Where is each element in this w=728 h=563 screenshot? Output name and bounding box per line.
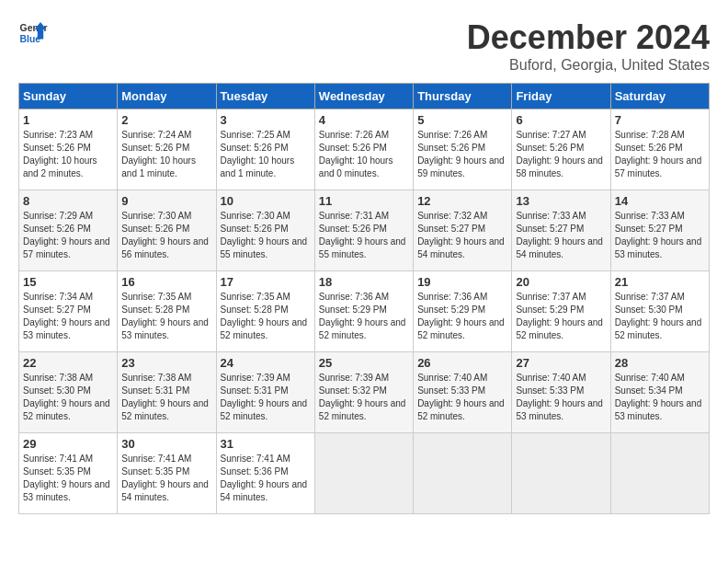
day-18: 18 Sunrise: 7:36 AM Sunset: 5:29 PM Dayl… [314,271,413,352]
day-26: 26 Sunrise: 7:40 AM Sunset: 5:33 PM Dayl… [414,352,512,433]
day-1: 1 Sunrise: 7:23 AM Sunset: 5:26 PM Dayli… [19,109,118,190]
empty-cell-4 [610,433,709,514]
week-1: 1 Sunrise: 7:23 AM Sunset: 5:26 PM Dayli… [19,109,710,190]
day4-daylight: Daylight: 10 hours and 0 minutes. [319,155,393,178]
day-7: 7 Sunrise: 7:28 AM Sunset: 5:26 PM Dayli… [610,109,709,190]
page-header: General Blue December 2024 Buford, Georg… [18,18,710,74]
day-22: 22 Sunrise: 7:38 AM Sunset: 5:30 PM Dayl… [19,352,118,433]
day-5: 5 Sunrise: 7:26 AM Sunset: 5:26 PM Dayli… [414,109,512,190]
day3-sunrise: Sunrise: 7:25 AM [221,130,290,140]
col-saturday: Saturday [610,84,709,109]
day-25: 25 Sunrise: 7:39 AM Sunset: 5:32 PM Dayl… [314,352,413,433]
day1-daylight: Daylight: 10 hours and 2 minutes. [23,155,97,178]
col-thursday: Thursday [414,84,512,109]
empty-cell-2 [414,433,512,514]
day-17: 17 Sunrise: 7:35 AM Sunset: 5:28 PM Dayl… [216,271,314,352]
day-10: 10 Sunrise: 7:30 AM Sunset: 5:26 PM Dayl… [216,190,314,271]
week-2: 8 Sunrise: 7:29 AM Sunset: 5:26 PM Dayli… [19,190,710,271]
day-24: 24 Sunrise: 7:39 AM Sunset: 5:31 PM Dayl… [216,352,314,433]
week-4: 22 Sunrise: 7:38 AM Sunset: 5:30 PM Dayl… [19,352,710,433]
logo: General Blue [18,18,48,48]
day-19: 19 Sunrise: 7:36 AM Sunset: 5:29 PM Dayl… [414,271,512,352]
day7-sunset: Sunset: 5:26 PM [615,143,683,153]
day-27: 27 Sunrise: 7:40 AM Sunset: 5:33 PM Dayl… [512,352,610,433]
day-21: 21 Sunrise: 7:37 AM Sunset: 5:30 PM Dayl… [610,271,709,352]
day-16: 16 Sunrise: 7:35 AM Sunset: 5:28 PM Dayl… [118,271,216,352]
day7-sunrise: Sunrise: 7:28 AM [615,130,685,140]
day-6: 6 Sunrise: 7:27 AM Sunset: 5:26 PM Dayli… [512,109,610,190]
day-20: 20 Sunrise: 7:37 AM Sunset: 5:29 PM Dayl… [512,271,610,352]
empty-cell-1 [314,433,413,514]
day-12: 12 Sunrise: 7:32 AM Sunset: 5:27 PM Dayl… [414,190,512,271]
week-5: 29 Sunrise: 7:41 AM Sunset: 5:35 PM Dayl… [19,433,710,514]
day-13: 13 Sunrise: 7:33 AM Sunset: 5:27 PM Dayl… [512,190,610,271]
col-sunday: Sunday [19,84,118,109]
day-31: 31 Sunrise: 7:41 AM Sunset: 5:36 PM Dayl… [216,433,314,514]
day-29: 29 Sunrise: 7:41 AM Sunset: 5:35 PM Dayl… [19,433,118,514]
col-wednesday: Wednesday [314,84,413,109]
day7-daylight: Daylight: 9 hours and 57 minutes. [615,155,702,178]
day-14: 14 Sunrise: 7:33 AM Sunset: 5:27 PM Dayl… [610,190,709,271]
empty-cell-3 [512,433,610,514]
day1-sunset: Sunset: 5:26 PM [23,143,91,153]
day5-sunset: Sunset: 5:26 PM [417,143,485,153]
day6-sunset: Sunset: 5:26 PM [516,143,584,153]
day-23: 23 Sunrise: 7:38 AM Sunset: 5:31 PM Dayl… [118,352,216,433]
day2-sunrise: Sunrise: 7:24 AM [121,130,191,140]
calendar-table: Sunday Monday Tuesday Wednesday Thursday… [18,83,710,514]
day4-sunset: Sunset: 5:26 PM [319,143,387,153]
day5-daylight: Daylight: 9 hours and 59 minutes. [417,155,505,178]
day-2: 2 Sunrise: 7:24 AM Sunset: 5:26 PM Dayli… [118,109,216,190]
location-title: Buford, Georgia, United States [467,57,710,74]
day2-sunset: Sunset: 5:26 PM [121,143,189,153]
col-tuesday: Tuesday [216,84,314,109]
logo-icon: General Blue [18,18,48,48]
col-friday: Friday [512,84,610,109]
day-9: 9 Sunrise: 7:30 AM Sunset: 5:26 PM Dayli… [118,190,216,271]
week-3: 15 Sunrise: 7:34 AM Sunset: 5:27 PM Dayl… [19,271,710,352]
day-15: 15 Sunrise: 7:34 AM Sunset: 5:27 PM Dayl… [19,271,118,352]
day3-sunset: Sunset: 5:26 PM [221,143,289,153]
month-title: December 2024 [467,18,710,57]
day-11: 11 Sunrise: 7:31 AM Sunset: 5:26 PM Dayl… [314,190,413,271]
day-3: 3 Sunrise: 7:25 AM Sunset: 5:26 PM Dayli… [216,109,314,190]
day-4: 4 Sunrise: 7:26 AM Sunset: 5:26 PM Dayli… [314,109,413,190]
day2-daylight: Daylight: 10 hours and 1 minute. [121,155,196,178]
calendar-header-row: Sunday Monday Tuesday Wednesday Thursday… [19,84,710,109]
day-8: 8 Sunrise: 7:29 AM Sunset: 5:26 PM Dayli… [19,190,118,271]
day-28: 28 Sunrise: 7:40 AM Sunset: 5:34 PM Dayl… [610,352,709,433]
day5-sunrise: Sunrise: 7:26 AM [417,130,487,140]
col-monday: Monday [118,84,216,109]
day3-daylight: Daylight: 10 hours and 1 minute. [221,155,295,178]
day6-daylight: Daylight: 9 hours and 58 minutes. [516,155,603,178]
day6-sunrise: Sunrise: 7:27 AM [516,130,586,140]
day-30: 30 Sunrise: 7:41 AM Sunset: 5:35 PM Dayl… [118,433,216,514]
day4-sunrise: Sunrise: 7:26 AM [319,130,389,140]
title-section: December 2024 Buford, Georgia, United St… [467,18,710,74]
day1-sunrise: Sunrise: 7:23 AM [23,130,93,140]
